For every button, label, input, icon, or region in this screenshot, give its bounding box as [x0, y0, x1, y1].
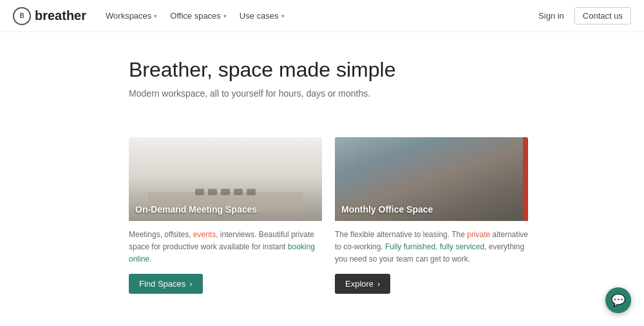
- on-demand-card-label: On-Demand Meeting Spaces: [135, 204, 257, 215]
- logo-text: breather: [35, 8, 86, 23]
- chevron-down-icon: ▾: [154, 13, 157, 19]
- chair: [208, 189, 217, 195]
- chair: [195, 189, 204, 195]
- chair: [221, 189, 230, 195]
- contact-us-button[interactable]: Contact us: [574, 7, 631, 24]
- arrow-right-icon: ›: [377, 279, 380, 289]
- monthly-office-card-image: Monthly Office Space: [335, 137, 528, 221]
- red-bar-decoration: [523, 137, 528, 221]
- main-nav: Workspaces ▾ Office spaces ▾ Use cases ▾: [106, 11, 285, 21]
- monthly-office-card: Monthly Office Space The flexible altern…: [335, 137, 528, 302]
- chair-row: [195, 189, 256, 195]
- chat-bubble-button[interactable]: 💬: [605, 287, 631, 313]
- chair: [234, 189, 243, 195]
- nav-workspaces[interactable]: Workspaces ▾: [106, 11, 157, 21]
- logo[interactable]: B breather: [13, 7, 86, 25]
- on-demand-card-image: On-Demand Meeting Spaces: [129, 137, 322, 221]
- explore-button[interactable]: Explore ›: [335, 274, 390, 294]
- logo-icon: B: [13, 7, 31, 25]
- nav-use-cases[interactable]: Use cases ▾: [240, 11, 285, 21]
- on-demand-card: On-Demand Meeting Spaces Meetings, offsi…: [129, 137, 322, 302]
- monthly-office-card-label: Monthly Office Space: [341, 204, 433, 215]
- hero-section: Breather, space made simple Modern works…: [0, 32, 644, 137]
- hero-subheadline: Modern workspace, all to yourself for ho…: [129, 88, 631, 99]
- chat-icon: 💬: [611, 293, 625, 307]
- hero-headline: Breather, space made simple: [129, 58, 631, 82]
- chevron-down-icon: ▾: [281, 13, 285, 19]
- on-demand-description: Meetings, offsites, events, interviews. …: [129, 229, 322, 266]
- header-right: Sign in Contact us: [538, 7, 631, 24]
- sign-in-link[interactable]: Sign in: [538, 11, 564, 21]
- monthly-office-card-body: The flexible alternative to leasing. The…: [335, 221, 528, 302]
- cards-container: On-Demand Meeting Spaces Meetings, offsi…: [129, 137, 631, 302]
- header: B breather Workspaces ▾ Office spaces ▾ …: [0, 0, 644, 32]
- nav-office-spaces[interactable]: Office spaces ▾: [170, 11, 227, 21]
- arrow-right-icon: ›: [189, 279, 192, 289]
- chair: [247, 189, 256, 195]
- on-demand-card-body: Meetings, offsites, events, interviews. …: [129, 221, 322, 302]
- chevron-down-icon: ▾: [223, 13, 227, 19]
- monthly-office-description: The flexible alternative to leasing. The…: [335, 229, 528, 266]
- find-spaces-button[interactable]: Find Spaces ›: [129, 274, 203, 294]
- header-left: B breather Workspaces ▾ Office spaces ▾ …: [13, 7, 285, 25]
